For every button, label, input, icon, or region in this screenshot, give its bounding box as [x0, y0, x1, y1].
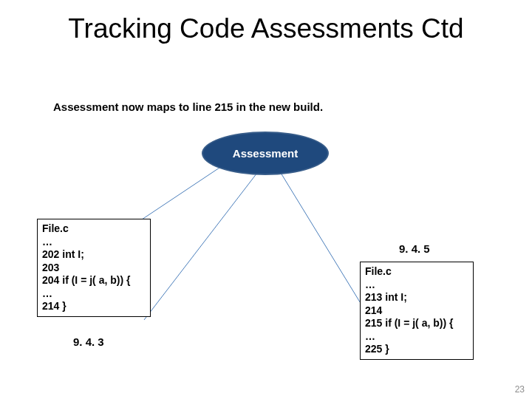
svg-line-1 — [144, 173, 257, 320]
version-left: 9. 4. 3 — [73, 335, 104, 348]
version-right: 9. 4. 5 — [399, 242, 430, 255]
page-number: 23 — [515, 384, 525, 395]
code-right-filename: File.c — [365, 265, 392, 277]
slide-title: Tracking Code Assessments Ctd — [0, 13, 532, 44]
slide-subtitle: Assessment now maps to line 215 in the n… — [53, 100, 323, 113]
code-left-filename: File.c — [42, 222, 69, 234]
code-left-lines: … 202 int I; 203 204 if (I = j( a, b)) {… — [42, 236, 130, 313]
code-box-left: File.c … 202 int I; 203 204 if (I = j( a… — [37, 219, 151, 317]
assessment-node: Assessment — [202, 132, 329, 175]
slide: Tracking Code Assessments Ctd Assessment… — [0, 0, 532, 399]
assessment-label: Assessment — [233, 147, 298, 160]
code-right-lines: … 213 int I; 214 215 if (I = j( a, b)) {… — [365, 279, 453, 355]
code-box-right: File.c … 213 int I; 214 215 if (I = j( a… — [360, 262, 474, 360]
svg-line-2 — [281, 173, 367, 314]
